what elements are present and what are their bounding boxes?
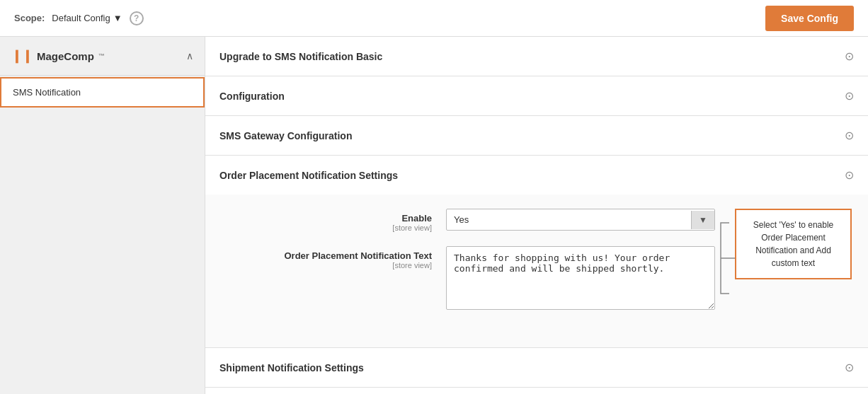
top-bar: Scope: Default Config ▼ ? Save Config [0, 0, 868, 37]
sidebar-logo: ❙❙ MageComp ™ ∧ [0, 37, 205, 76]
chevron-down-icon-configuration: ⊙ [845, 89, 854, 103]
text-store-view: [store view] [234, 261, 432, 270]
section-sms-gateway[interactable]: SMS Gateway Configuration ⊙ [205, 116, 868, 156]
notification-text-textarea[interactable]: Thanks for shopping with us! Your order … [446, 246, 715, 310]
save-config-button[interactable]: Save Config [765, 6, 854, 31]
logo-text: ❙❙ MageComp ™ [11, 48, 105, 64]
collapse-icon[interactable]: ∧ [186, 50, 193, 62]
section-order-placement-body: Enable [store view] Yes No ▼ [205, 195, 868, 347]
section-order-placement: Order Placement Notification Settings ⊙ … [205, 156, 868, 348]
scope-dropdown-arrow[interactable]: ▼ [113, 13, 122, 23]
enable-select[interactable]: Yes No [447, 209, 691, 230]
help-icon[interactable]: ? [130, 11, 144, 25]
sidebar-item-label: SMS Notification [13, 87, 81, 98]
chevron-up-icon-order-placement: ⊙ [845, 168, 854, 182]
sidebar-item-sms-notification[interactable]: SMS Notification [0, 77, 205, 108]
top-bar-left: Scope: Default Config ▼ ? [14, 11, 144, 25]
sidebar: ❙❙ MageComp ™ ∧ SMS Notification [0, 37, 205, 394]
section-shipment-title: Shipment Notification Settings [219, 362, 364, 373]
section-configuration[interactable]: Configuration ⊙ [205, 76, 868, 116]
section-shipment[interactable]: Shipment Notification Settings ⊙ [205, 348, 868, 388]
chevron-down-icon-sms-gateway: ⊙ [845, 129, 854, 142]
text-label: Order Placement Notification Text [284, 250, 432, 261]
logo-icon: ❙❙ [11, 48, 33, 64]
section-order-placement-header[interactable]: Order Placement Notification Settings ⊙ [205, 156, 868, 195]
enable-label: Enable [401, 213, 432, 224]
content-area: Upgrade to SMS Notification Basic ⊙ Conf… [205, 37, 868, 394]
logo-label: MageComp [37, 50, 94, 62]
text-label-wrap: Order Placement Notification Text [store… [234, 246, 446, 270]
scope-value: Default Config [52, 13, 110, 23]
main-layout: ❙❙ MageComp ™ ∧ SMS Notification Upgrade… [0, 37, 868, 394]
notification-text-form-row: Order Placement Notification Text [store… [234, 246, 840, 312]
enable-form-row: Enable [store view] Yes No ▼ [234, 209, 840, 232]
section-sms-gateway-title: SMS Gateway Configuration [219, 130, 352, 141]
logo-tm: ™ [98, 52, 105, 59]
section-order-placement-title: Order Placement Notification Settings [219, 170, 398, 181]
chevron-down-icon-upgrade: ⊙ [845, 50, 854, 63]
scope-label: Scope: [14, 13, 45, 23]
chevron-down-icon-shipment: ⊙ [845, 361, 854, 374]
scope-select[interactable]: Default Config ▼ [52, 13, 122, 23]
section-configuration-title: Configuration [219, 91, 285, 102]
enable-label-wrap: Enable [store view] [234, 209, 446, 232]
section-upgrade[interactable]: Upgrade to SMS Notification Basic ⊙ [205, 37, 868, 76]
select-arrow-icon[interactable]: ▼ [691, 211, 714, 229]
enable-select-wrap: Yes No ▼ [446, 209, 715, 231]
enable-control-wrap: Yes No ▼ [446, 209, 715, 231]
text-control-wrap: Thanks for shopping with us! Your order … [446, 246, 715, 312]
enable-store-view: [store view] [234, 224, 432, 232]
section-upgrade-title: Upgrade to SMS Notification Basic [219, 51, 382, 62]
